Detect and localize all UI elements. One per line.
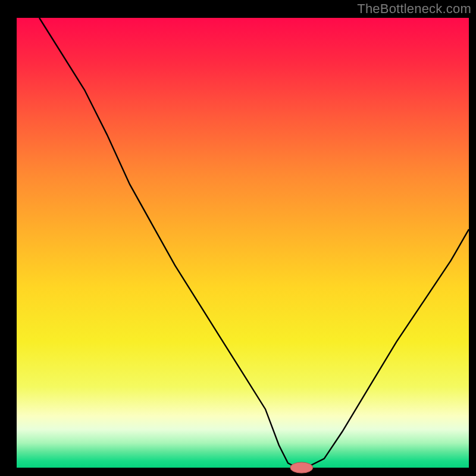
chart-container: TheBottleneck.com [0,0,476,476]
plot-background [17,18,469,468]
optimum-marker [290,462,313,473]
watermark-text: TheBottleneck.com [357,1,471,17]
bottleneck-chart [0,0,476,476]
